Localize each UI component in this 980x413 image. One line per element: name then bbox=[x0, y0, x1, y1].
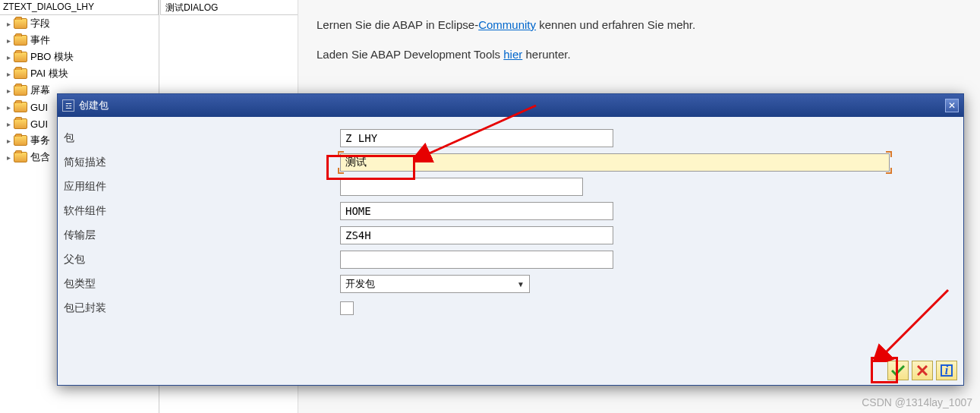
required-corner-icon bbox=[886, 151, 892, 157]
parentpkg-input[interactable] bbox=[340, 251, 613, 269]
dialog-titlebar[interactable]: ☲ 创建包 ✕ bbox=[58, 94, 963, 117]
expand-icon[interactable]: ▸ bbox=[5, 70, 12, 77]
content-line-2: Laden Sie ABAP Development Tools hier he… bbox=[317, 48, 962, 61]
appcomp-input[interactable] bbox=[340, 178, 583, 196]
folder-icon bbox=[14, 52, 27, 62]
transport-input[interactable] bbox=[340, 226, 613, 244]
required-corner-icon bbox=[338, 168, 344, 174]
x-icon bbox=[917, 365, 928, 376]
expand-icon[interactable]: ▸ bbox=[5, 103, 12, 111]
hier-link[interactable]: hier bbox=[503, 48, 522, 61]
package-input[interactable] bbox=[340, 129, 613, 147]
tree-item-label: 屏幕 bbox=[30, 84, 50, 97]
appcomp-label: 应用组件 bbox=[62, 180, 340, 194]
sidebar-header: ZTEXT_DIALOG_LHY bbox=[0, 0, 159, 15]
tree-item-label: 事务 bbox=[30, 134, 50, 147]
tree-item-label: GUI bbox=[30, 118, 48, 130]
watermark: CSDN @1314lay_1007 bbox=[862, 396, 972, 408]
package-label: 包 bbox=[62, 131, 340, 145]
tree-item-label: GUI bbox=[30, 102, 48, 113]
info-icon: i bbox=[941, 364, 953, 377]
folder-icon bbox=[14, 35, 27, 46]
shortdesc-input[interactable] bbox=[340, 153, 890, 172]
parentpkg-label: 父包 bbox=[62, 253, 340, 266]
create-package-dialog: ☲ 创建包 ✕ 包 简短描述 应用组件 软件组件 传 bbox=[57, 93, 964, 386]
tree-item-label: PAI 模块 bbox=[30, 67, 68, 80]
required-corner-icon bbox=[338, 151, 344, 157]
expand-icon[interactable]: ▸ bbox=[5, 53, 12, 61]
tree-item-pbo[interactable]: ▸ PBO 模块 bbox=[0, 49, 159, 65]
info-button[interactable]: i bbox=[936, 361, 957, 380]
tree-item-pai[interactable]: ▸ PAI 模块 bbox=[0, 65, 159, 82]
folder-icon bbox=[14, 102, 27, 112]
dialog-body: 包 简短描述 应用组件 软件组件 传输层 父包 bbox=[58, 117, 963, 320]
folder-icon bbox=[14, 68, 27, 79]
dialog-title: 创建包 bbox=[79, 99, 109, 112]
transport-label: 传输层 bbox=[62, 229, 340, 242]
expand-icon[interactable]: ▸ bbox=[5, 153, 12, 161]
dialog-icon: ☲ bbox=[62, 99, 74, 112]
expand-icon[interactable]: ▸ bbox=[5, 20, 12, 27]
content-line-1: Lernen Sie die ABAP in Eclipse-Community… bbox=[317, 18, 962, 31]
tree-item-fields[interactable]: ▸ 字段 bbox=[0, 15, 159, 32]
expand-icon[interactable]: ▸ bbox=[5, 87, 12, 94]
tree-item-events[interactable]: ▸ 事件 bbox=[0, 32, 159, 49]
sealed-label: 包已封装 bbox=[62, 301, 340, 315]
expand-icon[interactable]: ▸ bbox=[5, 137, 12, 144]
shortdesc-label: 简短描述 bbox=[62, 156, 340, 169]
tree-header-name: ZTEXT_DIALOG_LHY bbox=[0, 0, 159, 14]
tree-item-label: 包含 bbox=[30, 150, 50, 164]
close-icon[interactable]: ✕ bbox=[945, 99, 959, 112]
folder-icon bbox=[14, 118, 27, 129]
community-link[interactable]: Community bbox=[478, 18, 536, 31]
tree-item-label: PBO 模块 bbox=[30, 50, 74, 64]
required-corner-icon bbox=[886, 168, 892, 174]
tree-item-label: 字段 bbox=[30, 17, 50, 30]
softcomp-input[interactable] bbox=[340, 202, 613, 220]
pkgtype-dropdown[interactable]: 开发包 ▼ bbox=[340, 275, 530, 293]
tree-item-label: 事件 bbox=[30, 33, 50, 47]
expand-icon[interactable]: ▸ bbox=[5, 120, 12, 128]
folder-icon bbox=[14, 135, 27, 146]
ok-button[interactable] bbox=[887, 361, 909, 380]
sealed-checkbox[interactable] bbox=[340, 301, 354, 315]
cancel-button[interactable] bbox=[912, 361, 933, 380]
expand-icon[interactable]: ▸ bbox=[5, 36, 12, 44]
dialog-footer: i bbox=[887, 361, 957, 380]
softcomp-label: 软件组件 bbox=[62, 204, 340, 218]
check-icon bbox=[891, 365, 905, 376]
folder-icon bbox=[14, 152, 27, 162]
chevron-down-icon: ▼ bbox=[517, 280, 525, 288]
pkgtype-value: 开发包 bbox=[345, 277, 375, 291]
folder-icon bbox=[14, 18, 27, 29]
pkgtype-label: 包类型 bbox=[62, 277, 340, 291]
folder-icon bbox=[14, 85, 27, 96]
